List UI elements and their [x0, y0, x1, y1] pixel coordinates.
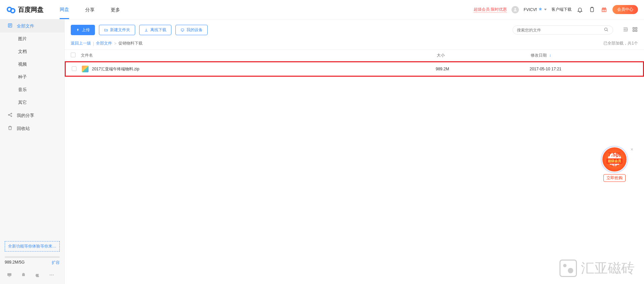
svg-point-1 — [11, 9, 15, 13]
new-folder-button[interactable]: 新建文件夹 — [99, 25, 135, 35]
promo-sticker: × 7.5折 超级会员 电子卡 立即抢购 — [598, 147, 631, 182]
android-icon[interactable] — [21, 272, 26, 279]
button-label: 我的设备 — [186, 27, 203, 33]
wechat-icon — [559, 260, 577, 277]
header: 百度网盘 网盘 分享 更多 超级会员 限时优惠 FVICVf 客户端下载 会员中… — [0, 0, 644, 19]
chevron-down-icon — [544, 9, 547, 10]
search-input[interactable] — [517, 28, 603, 32]
sidebar-item-label: 全部文件 — [17, 23, 34, 29]
breadcrumb: 返回上一级 | 全部文件 > 促销物料下载 — [71, 41, 143, 46]
sidebar-item-all-files[interactable]: 全部文件 — [0, 19, 64, 32]
user-dropdown[interactable]: FVICVf — [524, 7, 547, 12]
grid-view-icon[interactable] — [632, 26, 638, 33]
breadcrumb-root[interactable]: 全部文件 — [96, 41, 112, 46]
sort-icon[interactable] — [623, 26, 629, 33]
share-icon — [7, 112, 13, 119]
svg-rect-9 — [7, 273, 11, 276]
upload-button[interactable]: 上传 — [71, 25, 95, 35]
close-icon[interactable]: × — [631, 147, 633, 152]
svg-rect-3 — [591, 8, 594, 12]
sidebar-item-my-share[interactable]: 我的分享 — [0, 109, 64, 122]
toolbar: 上传 新建文件夹 离线下载 我的设备 — [65, 19, 644, 41]
logo[interactable]: 百度网盘 — [6, 5, 44, 15]
sidebar: 全部文件 图片 文档 视频 种子 音乐 其它 我的分享 回收站 全新功能等你体验… — [0, 19, 65, 284]
trash-icon — [7, 125, 13, 132]
watermark-text: 汇亚磁砖 — [581, 259, 635, 277]
tab-disk[interactable]: 网盘 — [60, 0, 69, 19]
svg-point-8 — [11, 116, 12, 117]
svg-rect-19 — [636, 27, 637, 29]
promo-discount: 7.5折 — [608, 151, 621, 158]
quota-text: 989.2M/5G — [5, 260, 24, 266]
promo-badge[interactable]: 7.5折 超级会员 电子卡 — [602, 147, 627, 172]
svg-rect-18 — [633, 27, 635, 29]
table-row[interactable]: 2017汇亚端午终端物料.zip 989.2M 2017-05-10 17:21 — [65, 61, 644, 77]
svg-point-11 — [22, 274, 23, 274]
breadcrumb-back[interactable]: 返回上一级 — [71, 41, 91, 46]
folder-list-icon — [7, 23, 13, 29]
svg-point-2 — [515, 8, 516, 10]
expand-storage-link[interactable]: 扩容 — [52, 260, 60, 266]
promo-line2: 超级会员 — [606, 158, 623, 164]
offline-download-button[interactable]: 离线下载 — [139, 25, 171, 35]
svg-point-14 — [51, 275, 52, 276]
avatar[interactable] — [512, 6, 519, 13]
header-right: 超级会员 限时优惠 FVICVf 客户端下载 会员中心 — [474, 5, 638, 14]
tab-more[interactable]: 更多 — [111, 1, 120, 18]
table-header: 文件名 大小 修改日期 ↓ — [65, 50, 644, 61]
sort-arrow-icon: ↓ — [549, 53, 551, 58]
sidebar-item-label: 我的分享 — [17, 113, 34, 119]
col-size[interactable]: 大小 — [437, 53, 531, 58]
main: 上传 新建文件夹 离线下载 我的设备 返回上一级 | — [65, 19, 644, 284]
loaded-status: 已全部加载，共1个 — [603, 41, 638, 46]
desktop-icon[interactable] — [7, 272, 12, 279]
tab-share[interactable]: 分享 — [85, 1, 95, 18]
more-dots-icon[interactable] — [49, 272, 54, 279]
logo-icon — [6, 5, 16, 15]
bell-icon[interactable] — [576, 6, 584, 13]
vip-badge-icon — [538, 7, 543, 12]
file-name: 2017汇亚端午终端物料.zip — [92, 66, 139, 72]
svg-point-17 — [604, 28, 607, 30]
select-all-checkbox[interactable] — [71, 53, 75, 57]
client-download-link[interactable]: 客户端下载 — [551, 7, 572, 12]
apple-icon[interactable] — [35, 272, 40, 279]
sidebar-item-other[interactable]: 其它 — [0, 96, 64, 109]
col-name[interactable]: 文件名 — [81, 53, 437, 58]
clipboard-icon[interactable] — [588, 6, 596, 13]
button-label: 上传 — [82, 27, 90, 33]
svg-point-7 — [11, 113, 12, 114]
sidebar-item-videos[interactable]: 视频 — [0, 58, 64, 71]
my-devices-button[interactable]: 我的设备 — [175, 25, 208, 35]
logo-text: 百度网盘 — [18, 5, 44, 14]
search-box[interactable] — [513, 25, 613, 34]
gift-icon[interactable] — [600, 6, 608, 13]
promo-line3: 电子卡 — [610, 164, 619, 167]
header-promo-link[interactable]: 超级会员 限时优惠 — [474, 7, 507, 13]
sidebar-item-images[interactable]: 图片 — [0, 32, 64, 45]
breadcrumb-current: 促销物料下载 — [118, 41, 143, 46]
watermark: 汇亚磁砖 — [559, 259, 635, 277]
svg-point-6 — [8, 115, 9, 116]
username: FVICVf — [524, 7, 537, 12]
svg-rect-20 — [633, 30, 635, 32]
promo-cta-button[interactable]: 立即抢购 — [603, 174, 626, 182]
search-icon[interactable] — [603, 27, 609, 33]
sidebar-item-label: 回收站 — [17, 126, 30, 132]
button-label: 离线下载 — [150, 27, 166, 33]
sidebar-item-seeds[interactable]: 种子 — [0, 71, 64, 83]
svg-rect-10 — [8, 276, 10, 277]
sidebar-item-docs[interactable]: 文档 — [0, 45, 64, 58]
svg-point-12 — [24, 274, 24, 274]
platform-icons — [0, 269, 64, 284]
member-center-button[interactable]: 会员中心 — [612, 5, 638, 14]
row-checkbox[interactable] — [72, 66, 76, 71]
svg-point-15 — [53, 275, 54, 276]
nav-tabs: 网盘 分享 更多 — [60, 0, 120, 19]
svg-rect-16 — [181, 29, 184, 31]
sidebar-item-recycle[interactable]: 回收站 — [0, 122, 64, 135]
col-date[interactable]: 修改日期 ↓ — [531, 53, 638, 58]
sidebar-item-music[interactable]: 音乐 — [0, 83, 64, 96]
svg-rect-21 — [636, 30, 637, 32]
sidebar-promo-box[interactable]: 全新功能等你体验等你来… — [5, 241, 60, 252]
